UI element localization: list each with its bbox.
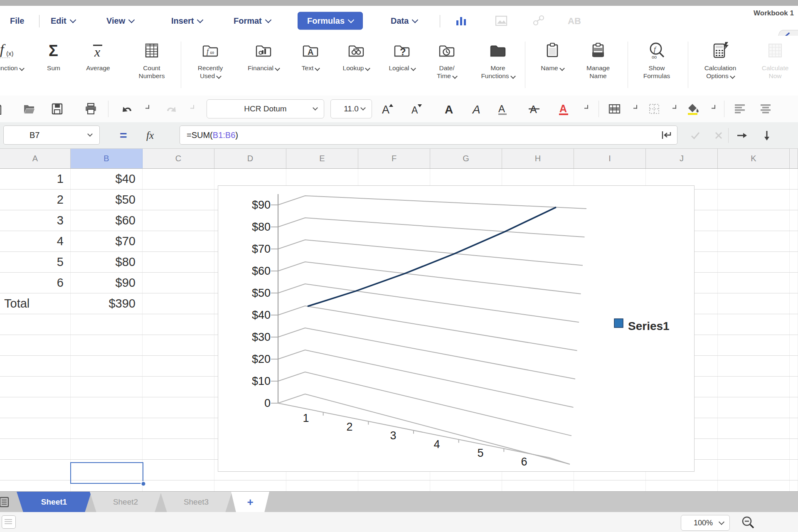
move-right-button[interactable] <box>736 129 748 142</box>
cell-a5[interactable]: 5 <box>0 252 71 272</box>
chevron-down-icon[interactable] <box>712 105 715 109</box>
cell[interactable] <box>143 377 214 397</box>
cell[interactable] <box>143 231 214 251</box>
cell[interactable] <box>143 397 214 418</box>
series-line-series1[interactable] <box>308 207 556 306</box>
cell[interactable] <box>286 480 358 491</box>
cell[interactable] <box>0 397 71 418</box>
cell[interactable] <box>143 293 214 314</box>
cell[interactable] <box>143 480 214 491</box>
cell[interactable] <box>718 252 790 272</box>
cell[interactable] <box>143 418 214 438</box>
cell[interactable] <box>71 418 143 438</box>
undo-button[interactable] <box>120 102 134 116</box>
menu-edit[interactable]: Edit <box>51 16 75 26</box>
name-box[interactable]: B7 <box>3 126 100 145</box>
cell-a4[interactable]: 4 <box>0 231 71 251</box>
cell-a2[interactable]: 2 <box>0 190 71 210</box>
cell[interactable] <box>718 480 790 491</box>
cell[interactable] <box>718 377 790 397</box>
cell[interactable] <box>718 190 790 210</box>
cell[interactable] <box>0 377 71 397</box>
cell[interactable] <box>71 439 143 459</box>
column-header-j[interactable]: J <box>646 149 718 168</box>
embedded-chart[interactable]: $90$80$70$60$50$40$30$20$100123456Series… <box>218 185 695 472</box>
cell[interactable] <box>646 480 718 491</box>
chevron-down-icon[interactable] <box>672 105 676 109</box>
cell[interactable] <box>790 293 798 314</box>
cell[interactable] <box>718 293 790 314</box>
cell[interactable] <box>718 397 790 418</box>
cell[interactable] <box>790 356 798 376</box>
cell[interactable] <box>143 273 214 293</box>
align-justify-button[interactable] <box>759 102 773 116</box>
ribbon-manage-name-button[interactable]: ManageName <box>572 39 624 80</box>
cell[interactable] <box>358 480 430 491</box>
sheet-list-icon[interactable] <box>0 496 10 508</box>
menu-file[interactable]: File <box>10 16 24 26</box>
cell[interactable] <box>790 169 798 189</box>
ribbon-logical-button[interactable]: ?Logical <box>376 39 428 72</box>
cell[interactable] <box>71 377 143 397</box>
italic-button[interactable]: A <box>470 102 484 116</box>
ribbon-lookup-button[interactable]: Lookup <box>330 39 382 72</box>
chevron-down-icon[interactable] <box>190 105 194 109</box>
cell-a1[interactable]: 1 <box>0 169 71 189</box>
cell[interactable] <box>0 418 71 438</box>
cell[interactable] <box>143 190 214 210</box>
open-button[interactable] <box>22 102 36 116</box>
cell[interactable] <box>790 460 798 480</box>
cell[interactable] <box>718 210 790 231</box>
cell[interactable] <box>718 418 790 438</box>
borders-button[interactable] <box>647 102 661 116</box>
ribbon-recently-used-button[interactable]: f∞RecentlyUsed <box>185 39 236 80</box>
bold-button[interactable]: A <box>442 102 456 116</box>
cell[interactable] <box>790 439 798 459</box>
font-family-select[interactable]: HCR Dotum <box>207 99 324 118</box>
cell[interactable] <box>718 169 790 189</box>
cell[interactable] <box>718 335 790 355</box>
ribbon-financial-button[interactable]: Financial <box>238 39 289 72</box>
sheet-tab-sheet3[interactable]: Sheet3 <box>160 492 232 512</box>
cell-b1[interactable]: $40 <box>71 169 143 189</box>
cell[interactable] <box>430 480 502 491</box>
cell[interactable] <box>143 314 214 335</box>
column-header-k[interactable]: K <box>718 149 790 168</box>
cell-b6[interactable]: $90 <box>71 273 143 293</box>
sheet-tab-sheet2[interactable]: Sheet2 <box>90 492 161 512</box>
cell-a6[interactable]: 6 <box>0 273 71 293</box>
ribbon-count-numbers-button[interactable]: CountNumbers <box>126 39 177 80</box>
ribbon-sum-button[interactable]: ΣSum <box>28 39 79 72</box>
cell[interactable] <box>143 169 214 189</box>
cell[interactable] <box>143 252 214 272</box>
cell[interactable] <box>574 480 646 491</box>
keyboard-icon[interactable] <box>2 515 16 529</box>
ribbon-more-functions-button[interactable]: MoreFunctions <box>472 39 524 80</box>
formula-input[interactable]: =SUM(B1:B6) <box>180 126 677 145</box>
ribbon-date-time-button[interactable]: Date/Time <box>421 39 473 80</box>
cell[interactable] <box>790 335 798 355</box>
cell[interactable] <box>790 418 798 438</box>
cell[interactable] <box>718 314 790 335</box>
cell[interactable] <box>71 397 143 418</box>
column-header-a[interactable]: A <box>0 149 71 168</box>
move-down-button[interactable] <box>761 129 773 142</box>
add-sheet-button[interactable]: + <box>231 492 269 512</box>
chevron-down-icon[interactable] <box>584 105 588 109</box>
wrap-text-icon[interactable] <box>660 130 672 140</box>
cell[interactable] <box>143 335 214 355</box>
column-header-e[interactable]: E <box>286 149 358 168</box>
cell[interactable] <box>71 335 143 355</box>
column-header-i[interactable]: I <box>574 149 646 168</box>
cell-b5[interactable]: $80 <box>71 252 143 272</box>
cell[interactable] <box>0 356 71 376</box>
chevron-down-icon[interactable] <box>633 105 637 109</box>
increase-font-size-button[interactable]: A <box>381 102 395 116</box>
fill-color-button[interactable] <box>686 102 700 116</box>
cell-a3[interactable]: 3 <box>0 210 71 231</box>
confirm-entry-button[interactable] <box>689 129 702 142</box>
cell[interactable] <box>790 231 798 251</box>
ribbon-name-button[interactable]: Name <box>527 39 578 72</box>
cell[interactable] <box>718 231 790 251</box>
cell[interactable] <box>790 377 798 397</box>
